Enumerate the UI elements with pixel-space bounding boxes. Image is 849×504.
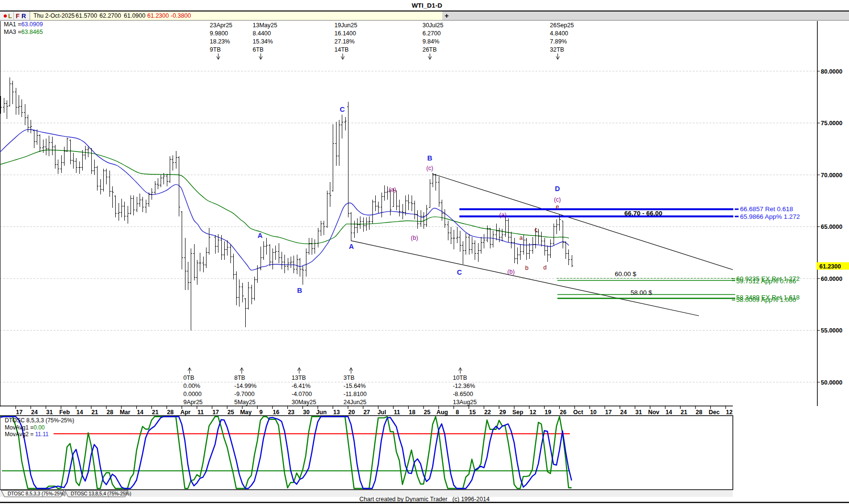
svg-text:May: May bbox=[240, 409, 251, 416]
svg-text:16.1400: 16.1400 bbox=[335, 30, 356, 37]
svg-text:24: 24 bbox=[620, 409, 627, 416]
svg-text:21: 21 bbox=[681, 409, 687, 416]
svg-text:-0.3800: -0.3800 bbox=[171, 12, 191, 19]
svg-text:61.5700: 61.5700 bbox=[76, 12, 97, 19]
svg-text:17: 17 bbox=[605, 409, 612, 416]
svg-text:11: 11 bbox=[197, 409, 204, 416]
svg-text:B: B bbox=[427, 154, 432, 162]
svg-text:30May25: 30May25 bbox=[292, 399, 316, 406]
svg-text:26TB: 26TB bbox=[423, 46, 437, 53]
svg-text:60.00 $: 60.00 $ bbox=[615, 270, 637, 278]
svg-text:12: 12 bbox=[726, 409, 733, 416]
svg-text:Chart created by Dynamic Trade: Chart created by Dynamic Trader (c) 1996… bbox=[359, 496, 490, 503]
svg-text:50.0000: 50.0000 bbox=[821, 379, 842, 386]
svg-text:Jun: Jun bbox=[316, 409, 327, 416]
svg-text:MovAvg1 =0.00: MovAvg1 =0.00 bbox=[5, 424, 45, 431]
svg-text:32TB: 32TB bbox=[550, 46, 564, 53]
svg-text:d: d bbox=[544, 264, 547, 271]
svg-text:26: 26 bbox=[560, 409, 566, 416]
svg-text:58.00 $: 58.00 $ bbox=[631, 289, 653, 296]
svg-text:D: D bbox=[555, 185, 560, 193]
svg-text:8TB: 8TB bbox=[234, 375, 245, 381]
svg-text:3TB: 3TB bbox=[344, 375, 355, 381]
svg-text:60.0000: 60.0000 bbox=[821, 276, 842, 282]
svg-text:Oct: Oct bbox=[573, 409, 584, 416]
svg-text:A: A bbox=[258, 232, 263, 239]
svg-text:58.0009 App% 1.000: 58.0009 App% 1.000 bbox=[736, 296, 796, 303]
svg-text:28: 28 bbox=[167, 409, 174, 416]
svg-text:-9.7000: -9.7000 bbox=[234, 391, 254, 397]
svg-text:Apr: Apr bbox=[180, 409, 191, 416]
svg-text:31: 31 bbox=[46, 409, 53, 416]
svg-text:12: 12 bbox=[530, 409, 536, 416]
svg-text:0.00%: 0.00% bbox=[184, 383, 200, 389]
svg-text:(c): (c) bbox=[554, 196, 561, 203]
svg-text:(b): (b) bbox=[507, 268, 514, 275]
svg-text:15.34%: 15.34% bbox=[253, 38, 273, 45]
svg-text:70.0000: 70.0000 bbox=[821, 172, 842, 179]
svg-text:15: 15 bbox=[469, 409, 476, 416]
svg-text:66.6857 Ret 0.618: 66.6857 Ret 0.618 bbox=[740, 205, 793, 213]
svg-text:30: 30 bbox=[303, 409, 310, 416]
svg-text:66.70 - 66.00: 66.70 - 66.00 bbox=[624, 210, 663, 217]
svg-text:9.84%: 9.84% bbox=[423, 38, 439, 45]
svg-text:-14.99%: -14.99% bbox=[234, 383, 257, 389]
svg-text:DTOSC 13,8,5,4 (75%-25%): DTOSC 13,8,5,4 (75%-25%) bbox=[71, 491, 131, 496]
svg-text:Jul: Jul bbox=[378, 409, 386, 416]
svg-text:14: 14 bbox=[137, 409, 143, 416]
svg-text:61.0900: 61.0900 bbox=[124, 12, 145, 19]
svg-text:(a): (a) bbox=[389, 186, 396, 193]
svg-text:R: R bbox=[22, 12, 26, 20]
svg-text:Sep: Sep bbox=[512, 409, 523, 416]
svg-text:18.23%: 18.23% bbox=[210, 38, 230, 45]
svg-text:17: 17 bbox=[16, 409, 22, 416]
svg-text:13Aug25: 13Aug25 bbox=[453, 399, 477, 406]
svg-text:Nov: Nov bbox=[648, 409, 660, 416]
svg-text:28: 28 bbox=[696, 409, 702, 416]
svg-text:19Jun25: 19Jun25 bbox=[335, 22, 358, 29]
svg-text:27: 27 bbox=[363, 409, 370, 416]
svg-text:65.9866 App% 1.272: 65.9866 App% 1.272 bbox=[740, 213, 800, 220]
svg-text:18: 18 bbox=[409, 409, 415, 416]
svg-text:B: B bbox=[297, 287, 302, 294]
svg-text:62.2700: 62.2700 bbox=[99, 12, 121, 19]
svg-text:29: 29 bbox=[500, 409, 506, 416]
svg-text:e: e bbox=[556, 204, 559, 210]
svg-text:WTI_D1-D: WTI_D1-D bbox=[412, 2, 442, 9]
svg-text:27.18%: 27.18% bbox=[335, 38, 355, 45]
svg-text:Thu 2-Oct-2025: Thu 2-Oct-2025 bbox=[33, 12, 75, 19]
svg-text:20: 20 bbox=[348, 409, 355, 416]
svg-text:+: + bbox=[445, 11, 449, 20]
svg-text:25: 25 bbox=[228, 409, 234, 416]
svg-text:61.2300: 61.2300 bbox=[819, 263, 841, 270]
svg-text:28: 28 bbox=[107, 409, 113, 416]
svg-text:6.2700: 6.2700 bbox=[423, 30, 441, 37]
svg-text:21: 21 bbox=[91, 409, 98, 416]
svg-text:-6.41%: -6.41% bbox=[292, 383, 311, 389]
svg-text:11: 11 bbox=[394, 409, 400, 416]
svg-text:-11.8100: -11.8100 bbox=[344, 391, 367, 397]
svg-text:C: C bbox=[340, 106, 345, 113]
svg-text:16: 16 bbox=[273, 409, 280, 416]
svg-text:25: 25 bbox=[424, 409, 431, 416]
svg-text:31: 31 bbox=[635, 409, 642, 416]
svg-text:75.0000: 75.0000 bbox=[821, 120, 842, 127]
svg-text:7.89%: 7.89% bbox=[550, 38, 566, 45]
svg-text:-12.36%: -12.36% bbox=[453, 383, 475, 389]
svg-text:24: 24 bbox=[31, 409, 38, 416]
svg-text:24Jun25: 24Jun25 bbox=[344, 399, 367, 406]
svg-text:0TB: 0TB bbox=[184, 375, 195, 381]
svg-text:26Sep25: 26Sep25 bbox=[550, 22, 574, 29]
svg-text:5May25: 5May25 bbox=[234, 399, 256, 406]
svg-text:17: 17 bbox=[212, 409, 219, 416]
svg-text:DTOSC 8,5,3,3 (75%-25%): DTOSC 8,5,3,3 (75%-25%) bbox=[5, 417, 74, 424]
svg-text:13TB: 13TB bbox=[292, 375, 306, 381]
svg-text:(c): (c) bbox=[426, 165, 434, 172]
svg-text:14: 14 bbox=[665, 409, 672, 416]
svg-text:Feb: Feb bbox=[59, 409, 70, 416]
svg-text:14: 14 bbox=[76, 409, 83, 416]
svg-text:80.0000: 80.0000 bbox=[821, 68, 842, 75]
svg-text:23: 23 bbox=[288, 409, 294, 416]
svg-text:A: A bbox=[349, 243, 354, 250]
svg-text:b: b bbox=[525, 265, 529, 271]
